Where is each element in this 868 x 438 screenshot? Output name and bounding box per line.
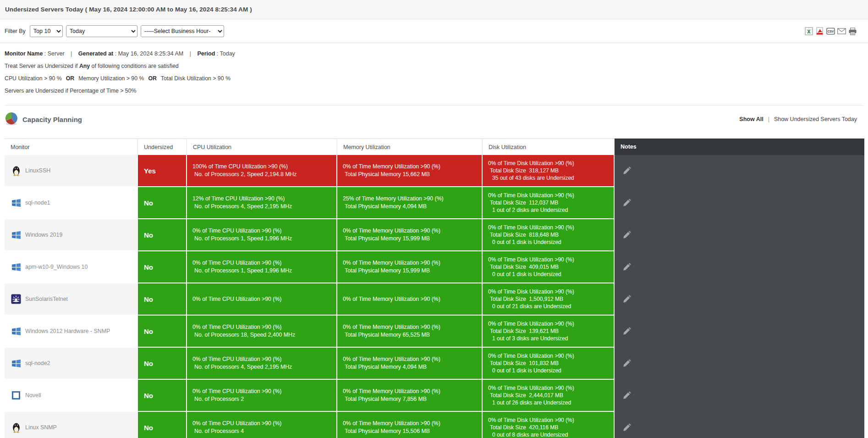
business-hour-select[interactable]: -----Select Business Hour-	[141, 25, 224, 37]
cell-line: Total Physical Memory 4,094 MB	[343, 203, 482, 211]
windows-icon	[11, 229, 22, 240]
edit-note-pencil-icon[interactable]	[622, 262, 632, 272]
column-header-cpu[interactable]: CPU Utilization	[187, 139, 337, 155]
cell-line: 0% of Time Memory Utilization >90 (%)	[343, 355, 482, 363]
undersized-value: No	[144, 327, 153, 335]
disk-utilization-cell: 0% of Time Disk Utilization >90 (%)Total…	[483, 155, 615, 186]
edit-note-pencil-icon[interactable]	[622, 166, 632, 175]
column-header-notes: Notes	[615, 139, 864, 155]
table-row: Linux SNMP No 0% of Time CPU Utilization…	[5, 412, 864, 438]
disk-utilization-cell: 0% of Time Disk Utilization >90 (%)Total…	[483, 348, 615, 379]
monitor-name-label: Monitor Name	[5, 50, 43, 57]
cpu-utilization-cell: 0% of Time CPU Utilization >90 (%)No. of…	[187, 412, 337, 438]
cpu-utilization-cell: 0% of Time CPU Utilization >90 (%)No. of…	[187, 380, 337, 411]
cell-line: 0 out of 1 disk is Undersized	[488, 238, 614, 246]
print-icon[interactable]	[848, 27, 857, 36]
memory-utilization-cell: 0% of Time Memory Utilization >90 (%)	[337, 283, 483, 315]
cpu-utilization-cell: 0% of Time CPU Utilization >90 (%)No. of…	[187, 219, 337, 250]
cell-line: Total Disk Size 420,116 MB	[488, 424, 614, 431]
period-select[interactable]: Today	[66, 25, 137, 37]
edit-note-pencil-icon[interactable]	[622, 423, 632, 432]
edit-note-pencil-icon[interactable]	[622, 230, 632, 239]
cell-line: 1 out of 3 disks are Undersized	[488, 335, 614, 342]
undersized-cell: No	[138, 251, 187, 283]
monitor-cell: Windows 2019	[5, 219, 138, 250]
monitor-name[interactable]: sql-node2	[25, 360, 50, 366]
monitor-cell: Linux SNMP	[5, 412, 138, 438]
undersized-value: No	[144, 263, 153, 271]
cell-line: No. of Processors 2, Speed 2,194.8 MHz	[192, 171, 336, 178]
cell-line: 0% of Time Disk Utilization >90 (%)	[488, 320, 614, 327]
column-header-disk[interactable]: Disk Utilization	[483, 139, 615, 155]
column-header-memory[interactable]: Memory Utilization	[337, 139, 483, 155]
cell-line: Total Physical Memory 15,999 MB	[343, 267, 482, 275]
monitor-name[interactable]: sql-node1	[25, 200, 50, 206]
column-header-undersized[interactable]: Undersized	[138, 139, 187, 155]
cell-line: No. of Processors 4, Speed 2,195 MHz	[192, 363, 336, 371]
cell-line: 0% of Time Memory Utilization >90 (%)	[343, 227, 482, 235]
monitor-name[interactable]: Windows 2012 Hardware - SNMP	[25, 328, 110, 334]
meta-separator: |	[71, 50, 72, 57]
monitor-name[interactable]: Novell	[25, 392, 41, 399]
cell-line: 0% of Time Disk Utilization >90 (%)	[488, 288, 614, 295]
table-body: LinuxSSH Yes 100% of Time CPU Utilizatio…	[5, 155, 864, 438]
cpu-utilization-cell: 0% of Time CPU Utilization >90 (%)No. of…	[187, 251, 337, 283]
monitor-name[interactable]: Windows 2019	[25, 232, 62, 238]
undersized-value: No	[144, 360, 153, 367]
cell-line: 0% of Time Disk Utilization >90 (%)	[488, 416, 614, 424]
svg-text:X: X	[807, 29, 811, 34]
cell-line: No. of Processors 1, Speed 1,996 MHz	[192, 267, 336, 275]
monitor-cell: Windows 2012 Hardware - SNMP	[5, 316, 138, 347]
show-all-link[interactable]: Show All	[739, 116, 763, 122]
cell-line: Total Disk Size 101,832 MB	[488, 360, 614, 367]
filter-by-label: Filter By	[5, 28, 26, 34]
edit-note-pencil-icon[interactable]	[622, 327, 632, 336]
undersized-cell: No	[138, 316, 187, 347]
monitor-name[interactable]: SunSolarisTelnet	[25, 296, 68, 302]
monitor-name[interactable]: LinuxSSH	[25, 167, 50, 174]
capacity-planning-title: Capacity Planning	[22, 116, 82, 123]
monitor-cell: sql-node2	[5, 348, 138, 379]
memory-utilization-cell: 0% of Time Memory Utilization >90 (%)Tot…	[337, 155, 483, 186]
cell-line: 0% of Time CPU Utilization >90 (%)	[192, 323, 336, 331]
notes-cell	[615, 251, 864, 283]
top-n-select[interactable]: Top 10	[30, 25, 63, 37]
cell-line: Total Disk Size 318,127 MB	[488, 167, 614, 174]
capacity-planning-table: Monitor Undersized CPU Utilization Memor…	[5, 139, 864, 438]
notes-cell	[615, 380, 864, 411]
memory-utilization-cell: 0% of Time Memory Utilization >90 (%)Tot…	[337, 412, 483, 438]
cpu-utilization-cell: 0% of Time CPU Utilization >90 (%)No. of…	[187, 316, 337, 347]
cell-line: 100% of Time CPU Utilization >90 (%)	[192, 163, 336, 171]
edit-note-pencil-icon[interactable]	[622, 359, 632, 368]
monitor-name[interactable]: apm-w10-9_Windows 10	[25, 264, 88, 270]
pdf-export-icon[interactable]	[815, 27, 824, 36]
cell-line: 12% of Time CPU Utilization >90 (%)	[192, 195, 336, 203]
table-row: Windows 2019 No 0% of Time CPU Utilizati…	[5, 219, 864, 250]
cell-line: No. of Processors 18, Speed 2,400 MHz	[192, 331, 336, 339]
cell-line: 0% of Time Disk Utilization >90 (%)	[488, 192, 614, 199]
edit-note-pencil-icon[interactable]	[622, 391, 632, 400]
disk-utilization-cell: 0% of Time Disk Utilization >90 (%)Total…	[483, 187, 615, 218]
show-undersized-link[interactable]: Show Undersized Servers Today	[774, 116, 857, 122]
or-joiner: OR	[66, 75, 74, 82]
edit-note-pencil-icon[interactable]	[622, 294, 632, 304]
cell-line: 0% of Time CPU Utilization >90 (%)	[192, 420, 336, 427]
generated-at-value: May 16, 2024 8:25:34 AM	[118, 50, 183, 57]
condition-prefix: Treat Server as Undersized if	[5, 63, 79, 69]
undersized-cell: No	[138, 219, 187, 250]
cell-line: No. of Processors 1, Speed 1,996 MHz	[192, 235, 336, 243]
excel-export-icon[interactable]: X	[804, 27, 813, 36]
undersized-cell: No	[138, 348, 187, 379]
notes-cell	[615, 316, 864, 347]
csv-export-icon[interactable]: CSV	[826, 27, 835, 36]
monitor-cell: sql-node1	[5, 187, 138, 218]
cell-line: 0% of Time CPU Utilization >90 (%)	[192, 295, 336, 303]
cell-line: 0 out of 1 disk is Undersized	[488, 367, 614, 374]
column-header-monitor[interactable]: Monitor	[5, 139, 138, 155]
cell-line: 0 out of 1 disk is Undersized	[488, 271, 614, 278]
monitor-name[interactable]: Linux SNMP	[25, 424, 57, 431]
memory-utilization-cell: 0% of Time Memory Utilization >90 (%)Tot…	[337, 251, 483, 283]
email-icon[interactable]	[837, 27, 846, 36]
cell-line: Total Physical Memory 4,094 MB	[343, 363, 482, 371]
edit-note-pencil-icon[interactable]	[622, 198, 632, 207]
